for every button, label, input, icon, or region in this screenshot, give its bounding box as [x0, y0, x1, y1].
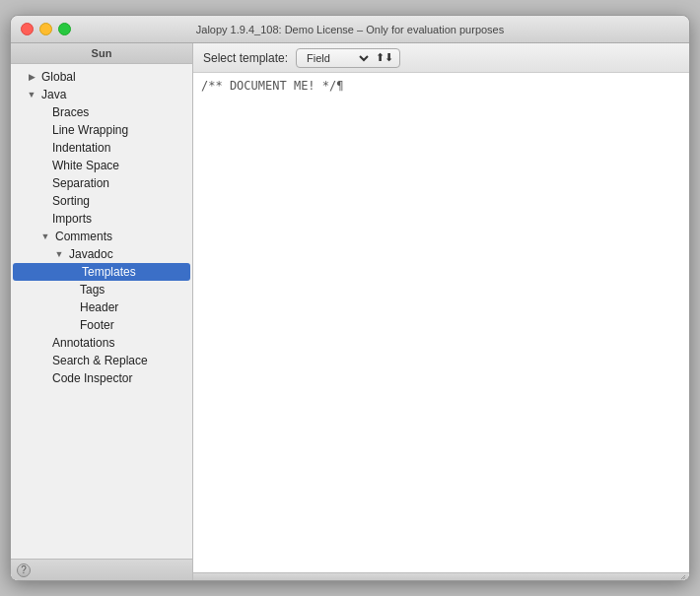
minimize-button[interactable] — [39, 23, 52, 35]
sidebar-item-footer[interactable]: Footer — [11, 316, 192, 334]
sidebar-item-white-space[interactable]: White Space — [11, 157, 192, 174]
tree-arrow-icon: ▶ — [25, 72, 38, 82]
sidebar-item-label: Header — [80, 300, 192, 314]
sidebar-item-code-inspector[interactable]: Code Inspector — [11, 369, 192, 387]
titlebar: Jalopy 1.9.4_108: Demo License – Only fo… — [11, 16, 689, 43]
sidebar-item-label: Java — [41, 88, 192, 101]
sidebar-item-indentation[interactable]: Indentation — [11, 139, 192, 157]
template-select-wrapper[interactable]: FieldClassMethodConstructor ⬆⬇ — [296, 48, 400, 68]
sidebar-item-label: Comments — [55, 230, 192, 243]
sidebar-item-label: Separation — [52, 176, 192, 190]
sidebar-item-javadoc[interactable]: ▼Javadoc — [11, 245, 192, 263]
right-panel: Select template: FieldClassMethodConstru… — [193, 43, 689, 580]
window-title: Jalopy 1.9.4_108: Demo License – Only fo… — [196, 24, 504, 35]
main-window: Jalopy 1.9.4_108: Demo License – Only fo… — [10, 15, 690, 581]
sidebar-item-annotations[interactable]: Annotations — [11, 334, 192, 352]
sidebar-item-label: White Space — [52, 159, 192, 172]
sidebar-item-global[interactable]: ▶Global — [11, 68, 192, 86]
sidebar-item-label: Templates — [82, 265, 190, 279]
tree-arrow-icon: ▼ — [52, 249, 66, 259]
tree-arrow-icon: ▼ — [25, 90, 38, 99]
sidebar-item-label: Annotations — [52, 336, 192, 350]
traffic-lights — [21, 23, 71, 35]
sidebar-header: Sun — [11, 43, 192, 64]
template-dropdown[interactable]: FieldClassMethodConstructor — [303, 51, 372, 65]
tree-arrow-icon: ▼ — [38, 232, 52, 241]
sidebar-item-braces[interactable]: Braces — [11, 103, 192, 121]
sidebar-item-label: Line Wrapping — [52, 123, 192, 137]
sidebar-item-label: Javadoc — [69, 247, 192, 261]
help-button[interactable]: ? — [17, 563, 31, 577]
sidebar-item-sorting[interactable]: Sorting — [11, 192, 192, 210]
sidebar-item-search-replace[interactable]: Search & Replace — [11, 352, 192, 369]
sidebar-item-label: Sorting — [52, 194, 192, 208]
sidebar-item-label: Braces — [52, 105, 192, 119]
sidebar-item-label: Code Inspector — [52, 371, 192, 385]
dropdown-arrow-icon: ⬆⬇ — [376, 51, 393, 64]
panel-toolbar: Select template: FieldClassMethodConstru… — [193, 43, 689, 73]
sidebar-footer: ? — [11, 559, 192, 580]
sidebar-item-comments[interactable]: ▼Comments — [11, 228, 192, 245]
maximize-button[interactable] — [58, 23, 71, 35]
sidebar-item-label: Indentation — [52, 141, 192, 155]
sidebar-item-label: Global — [41, 70, 192, 84]
sidebar: Sun ▶Global▼JavaBracesLine WrappingInden… — [11, 43, 193, 580]
close-button[interactable] — [21, 23, 34, 35]
sidebar-item-label: Imports — [52, 212, 192, 226]
sidebar-item-label: Footer — [80, 318, 192, 332]
sidebar-item-tags[interactable]: Tags — [11, 281, 192, 298]
sidebar-item-label: Search & Replace — [52, 354, 192, 367]
sidebar-item-separation[interactable]: Separation — [11, 174, 192, 192]
sidebar-item-line-wrapping[interactable]: Line Wrapping — [11, 121, 192, 139]
sidebar-item-imports[interactable]: Imports — [11, 210, 192, 228]
select-template-label: Select template: — [203, 51, 288, 65]
sidebar-item-header[interactable]: Header — [11, 298, 192, 316]
sidebar-item-templates[interactable]: Templates — [13, 263, 190, 281]
sidebar-item-java[interactable]: ▼Java — [11, 86, 192, 103]
editor-area[interactable]: /** DOCUMENT ME! */¶ — [193, 73, 689, 572]
resize-handle — [193, 572, 689, 580]
sidebar-item-label: Tags — [80, 283, 192, 297]
sidebar-tree: ▶Global▼JavaBracesLine WrappingIndentati… — [11, 64, 192, 559]
resize-icon — [679, 573, 687, 581]
main-content: Sun ▶Global▼JavaBracesLine WrappingInden… — [11, 43, 689, 580]
editor-content: /** DOCUMENT ME! */¶ — [201, 79, 681, 93]
